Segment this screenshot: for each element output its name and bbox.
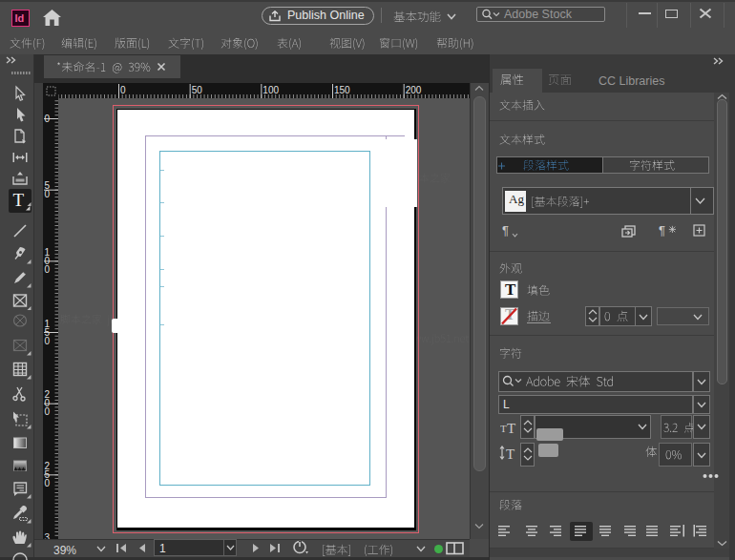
svg-text:T: T (506, 446, 514, 461)
svg-text:T: T (500, 423, 507, 434)
svg-text:T: T (507, 421, 515, 434)
